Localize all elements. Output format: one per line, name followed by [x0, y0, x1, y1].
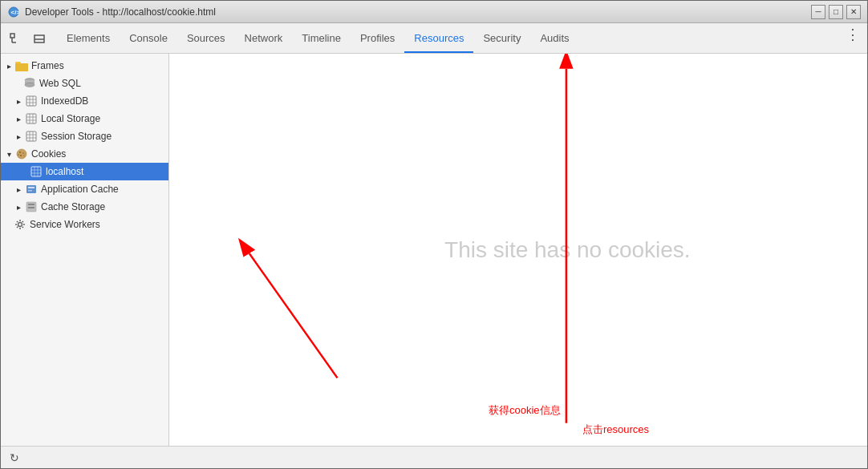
tab-elements[interactable]: Elements [57, 24, 120, 53]
gear-icon [14, 218, 26, 231]
toolbar-left-icons [4, 23, 51, 53]
sidebar-item-appcache[interactable]: Application Cache [1, 180, 168, 198]
sidebar-item-websql[interactable]: Web SQL [1, 75, 168, 92]
arrow-localstorage [14, 114, 23, 123]
db-icon [23, 77, 36, 90]
title-bar: </> Developer Tools - http://localhost/c… [1, 1, 867, 23]
sidebar-item-label: Cookies [31, 148, 66, 160]
svg-rect-45 [28, 207, 34, 208]
sidebar-item-sessionstorage[interactable]: Session Storage [1, 127, 168, 145]
svg-point-29 [17, 149, 26, 159]
svg-rect-40 [26, 185, 36, 193]
minimize-button[interactable]: ─ [811, 5, 825, 19]
arrow-sessionstorage [14, 131, 23, 141]
tab-profiles[interactable]: Profiles [351, 24, 404, 53]
annotation-get-cookie: 获得cookie信息 [489, 403, 561, 418]
arrow-cachestorage [14, 202, 23, 212]
svg-rect-42 [28, 190, 32, 192]
grid-icon [25, 112, 38, 125]
svg-line-50 [249, 253, 338, 378]
sidebar-item-label: Session Storage [41, 131, 112, 142]
grid-icon [25, 130, 38, 143]
sidebar-item-label: localhost [46, 166, 83, 177]
tab-network[interactable]: Network [235, 24, 293, 53]
inspect-button[interactable] [4, 27, 26, 50]
close-button[interactable]: ✕ [846, 5, 861, 19]
sidebar-item-label: Local Storage [41, 113, 100, 124]
cache-icon [25, 200, 38, 213]
annotation-click-resources: 点击resources [582, 423, 649, 437]
app-icon: </> [7, 6, 20, 18]
arrow-frames [4, 61, 14, 71]
sidebar-item-label: Service Workers [30, 219, 100, 230]
tab-sources[interactable]: Sources [177, 24, 235, 53]
svg-point-12 [25, 83, 34, 87]
svg-rect-9 [15, 63, 28, 71]
app-icon [25, 183, 38, 196]
svg-rect-19 [26, 114, 36, 123]
sidebar-item-localstorage[interactable]: Local Storage [1, 110, 168, 127]
restore-button[interactable]: □ [829, 5, 843, 19]
dock-button[interactable] [28, 27, 51, 50]
window-title: Developer Tools - http://localhost/cooki… [25, 6, 811, 18]
main-content: Frames Web SQL [1, 54, 867, 446]
tab-audits[interactable]: Audits [530, 24, 578, 53]
sidebar-item-label: IndexedDB [41, 95, 88, 107]
sidebar-item-indexeddb[interactable]: IndexedDB [1, 92, 168, 110]
arrow-appcache [14, 184, 23, 194]
svg-rect-24 [26, 131, 36, 141]
svg-point-34 [18, 154, 18, 155]
svg-point-46 [18, 223, 22, 227]
svg-rect-44 [28, 204, 34, 205]
reload-button[interactable]: ↻ [7, 451, 22, 465]
tab-console[interactable]: Console [120, 24, 177, 53]
svg-point-32 [20, 155, 22, 156]
devtools-window: </> Developer Tools - http://localhost/c… [0, 0, 868, 469]
sidebar-item-frames[interactable]: Frames [1, 57, 168, 75]
sidebar: Frames Web SQL [1, 54, 169, 446]
grid-icon [30, 165, 43, 178]
sidebar-item-label: Application Cache [41, 184, 119, 195]
cookie-icon [15, 148, 28, 160]
svg-rect-41 [28, 187, 34, 188]
tab-security[interactable]: Security [473, 24, 530, 53]
tab-bar: Elements Console Sources Network Timelin… [57, 23, 842, 53]
more-button[interactable]: ⋮ [842, 23, 864, 46]
sidebar-item-label: Web SQL [39, 78, 81, 89]
svg-point-33 [23, 155, 24, 156]
sidebar-item-serviceworkers[interactable]: Service Workers [1, 216, 168, 233]
bottom-bar: ↻ [1, 446, 867, 468]
tab-resources[interactable]: Resources [404, 24, 473, 53]
svg-point-31 [22, 152, 24, 154]
svg-rect-35 [31, 167, 41, 176]
arrow-cookies [4, 149, 14, 159]
folder-icon [15, 59, 28, 72]
svg-point-30 [19, 152, 21, 153]
sidebar-item-cookies[interactable]: Cookies [1, 145, 168, 163]
grid-icon [25, 95, 38, 107]
content-area: This site has no cookies. 获得coo [169, 54, 867, 446]
sidebar-item-label: Frames [31, 60, 64, 71]
svg-rect-2 [10, 34, 14, 38]
arrow-indexeddb [14, 96, 23, 106]
no-cookies-message: This site has no cookies. [444, 237, 691, 263]
svg-text:</>: </> [11, 9, 20, 16]
sidebar-item-label: Cache Storage [41, 201, 105, 212]
sidebar-item-localhost[interactable]: localhost [1, 163, 168, 180]
sidebar-item-cachestorage[interactable]: Cache Storage [1, 198, 168, 216]
tab-timeline[interactable]: Timeline [292, 24, 351, 53]
window-controls: ─ □ ✕ [811, 5, 861, 19]
svg-rect-14 [26, 96, 36, 106]
toolbar: Elements Console Sources Network Timelin… [1, 23, 867, 54]
